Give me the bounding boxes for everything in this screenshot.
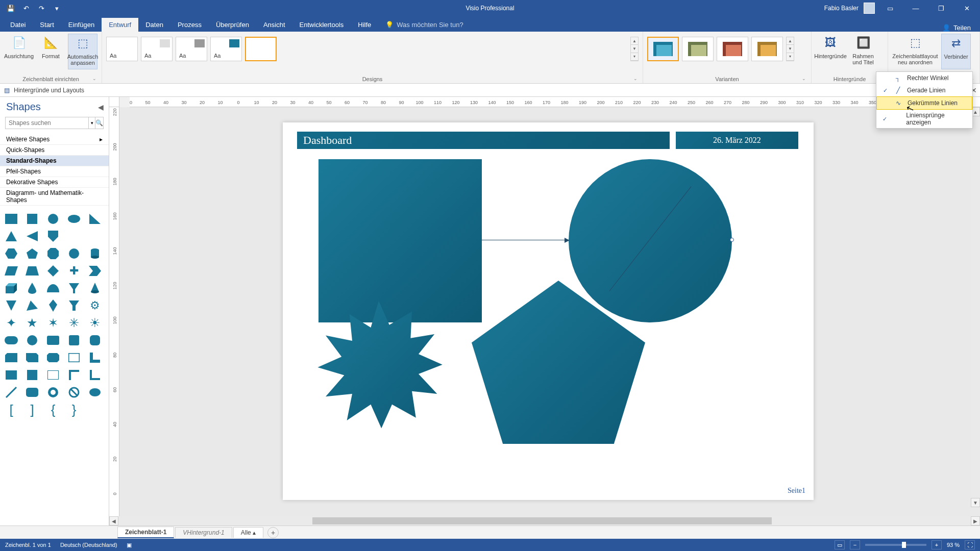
- shape-star6[interactable]: ✶: [46, 317, 60, 329]
- shape-bracket-r[interactable]: ]: [25, 404, 39, 416]
- shape-heptagon[interactable]: [67, 247, 81, 260]
- undo-button[interactable]: ↶: [19, 2, 33, 14]
- variant-item-selected[interactable]: [647, 37, 679, 61]
- shape-line[interactable]: [4, 386, 18, 398]
- macro-record-icon[interactable]: ▣: [127, 542, 132, 548]
- shape-tri-down[interactable]: [4, 299, 18, 312]
- shape-snip2[interactable]: [25, 352, 39, 364]
- zoom-level[interactable]: 93 %: [947, 542, 960, 548]
- shape-l[interactable]: [88, 369, 102, 381]
- shape-cylinder[interactable]: [88, 247, 102, 260]
- shape-star4[interactable]: ✦: [4, 317, 18, 329]
- menu-curved-lines[interactable]: ∿ Gekrümmte Linien: [876, 96, 972, 110]
- sheet-tab-all[interactable]: Alle ▴: [233, 527, 263, 538]
- shape-octagon[interactable]: [46, 247, 60, 260]
- menu-show-jumps[interactable]: ✓ Liniensprünge anzeigen: [876, 110, 972, 128]
- canvas-viewport[interactable]: Dashboard 26. März 2022 Seite1 ▲ ▼: [119, 107, 980, 516]
- variants-more[interactable]: ▲▼▾: [786, 37, 794, 61]
- user-avatar[interactable]: [864, 3, 875, 14]
- themes-more[interactable]: ▲▼▾: [630, 37, 639, 61]
- tab-process[interactable]: Prozess: [170, 18, 209, 32]
- maximize-button[interactable]: ❐: [931, 0, 951, 16]
- connectors-button[interactable]: ⇄ Verbinder: [941, 34, 971, 69]
- cat-arrow-shapes[interactable]: Pfeil-Shapes: [0, 166, 109, 177]
- scroll-right[interactable]: ▶: [971, 516, 980, 525]
- page-date-band[interactable]: 26. März 2022: [676, 132, 798, 149]
- menu-straight-lines[interactable]: ✓ ╱ Gerade Linien: [876, 84, 972, 96]
- shape-ellipse2[interactable]: [88, 386, 102, 398]
- scroll-down[interactable]: ▼: [971, 498, 980, 507]
- tab-view[interactable]: Ansicht: [256, 18, 292, 32]
- connector-arrow[interactable]: [482, 240, 569, 240]
- shape-fill1[interactable]: [4, 369, 18, 381]
- ribbon-display-options[interactable]: ▭: [880, 0, 900, 16]
- cat-more-shapes[interactable]: Weitere Shapes▸: [0, 134, 109, 145]
- theme-item[interactable]: Aa: [106, 37, 138, 61]
- shape-instance-circle[interactable]: [569, 159, 732, 322]
- cat-diagram-shapes[interactable]: Diagramm- und Mathematik-Shapes: [0, 188, 109, 206]
- cat-decorative-shapes[interactable]: Dekorative Shapes: [0, 177, 109, 188]
- shape-funnel[interactable]: [67, 282, 81, 294]
- format-button[interactable]: 📐 Format: [37, 34, 65, 69]
- orientation-button[interactable]: 📄 Ausrichtung: [4, 34, 34, 69]
- shape-instance-square[interactable]: [318, 159, 482, 322]
- zoom-in[interactable]: +: [932, 540, 942, 549]
- shape-shield[interactable]: [46, 230, 60, 242]
- close-button[interactable]: ✕: [957, 0, 977, 16]
- shape-star8[interactable]: ✳: [67, 317, 81, 329]
- shape-snip3[interactable]: [46, 352, 60, 364]
- shape-roundsq2[interactable]: [88, 334, 102, 346]
- shape-cube[interactable]: [4, 282, 18, 294]
- shape-cone[interactable]: [88, 282, 102, 294]
- zoom-out[interactable]: −: [850, 540, 860, 549]
- relayout-button[interactable]: ⬚ Zeichenblattlayout neu anordnen: [892, 34, 938, 69]
- theme-item[interactable]: Aa: [141, 37, 173, 61]
- menu-right-angle[interactable]: ┐ Rechter Winkel: [876, 72, 972, 84]
- save-button[interactable]: 💾: [4, 2, 17, 14]
- shape-right-triangle[interactable]: [88, 213, 102, 225]
- horizontal-scrollbar[interactable]: ◀ ▶: [109, 516, 980, 525]
- shape-ellipse[interactable]: [67, 213, 81, 225]
- shape-triangle-left[interactable]: [25, 230, 39, 242]
- shape-burst[interactable]: ☀: [88, 317, 102, 329]
- sheet-tab-1[interactable]: Zeichenblatt-1: [117, 527, 174, 538]
- tab-start[interactable]: Start: [33, 18, 61, 32]
- shapes-search-dropdown[interactable]: ▾: [88, 117, 95, 129]
- share-button[interactable]: 👤 Teilen: [942, 24, 980, 32]
- add-sheet-button[interactable]: +: [267, 527, 279, 538]
- shape-circle[interactable]: [46, 213, 60, 225]
- shape-donut[interactable]: [46, 386, 60, 398]
- presentation-mode[interactable]: ▭: [835, 540, 845, 549]
- shape-pill[interactable]: [4, 334, 18, 346]
- shapes-search-input[interactable]: [6, 117, 88, 129]
- theme-item-selected[interactable]: Aa: [245, 37, 277, 61]
- variant-item[interactable]: [751, 37, 783, 61]
- shape-triangle[interactable]: [4, 230, 18, 242]
- shape-fill2[interactable]: [25, 369, 39, 381]
- theme-item[interactable]: Aa: [210, 37, 242, 61]
- shape-filter[interactable]: [67, 299, 81, 312]
- shape-kite[interactable]: [46, 299, 60, 312]
- shape-brace-r[interactable]: }: [67, 404, 81, 416]
- vertical-scrollbar[interactable]: ▲ ▼: [971, 107, 980, 507]
- fit-page[interactable]: ⛶: [965, 540, 975, 549]
- cat-standard-shapes[interactable]: Standard-Shapes: [0, 156, 109, 166]
- scroll-left[interactable]: ◀: [109, 516, 118, 525]
- shape-square[interactable]: [25, 213, 39, 225]
- shape-bracket-l[interactable]: [: [4, 404, 18, 416]
- variants-gallery[interactable]: ▲▼▾: [647, 34, 807, 61]
- themes-gallery[interactable]: Aa Aa Aa Aa Aa ▲▼▾: [106, 34, 639, 61]
- shape-rectangle[interactable]: [4, 213, 18, 225]
- shape-hexagon[interactable]: [4, 247, 18, 260]
- connection-point[interactable]: [730, 238, 734, 242]
- variant-item[interactable]: [682, 37, 714, 61]
- qat-customize[interactable]: ▾: [50, 2, 63, 14]
- tab-insert[interactable]: Einfügen: [61, 18, 102, 32]
- shape-chevron[interactable]: [88, 265, 102, 277]
- shape-pentagon[interactable]: [25, 247, 39, 260]
- tab-help[interactable]: Hilfe: [351, 18, 378, 32]
- shape-frame[interactable]: [67, 352, 81, 364]
- shape-parallelogram[interactable]: [4, 265, 18, 277]
- shape-plus[interactable]: ✚: [67, 265, 81, 277]
- cat-quick-shapes[interactable]: Quick-Shapes: [0, 145, 109, 156]
